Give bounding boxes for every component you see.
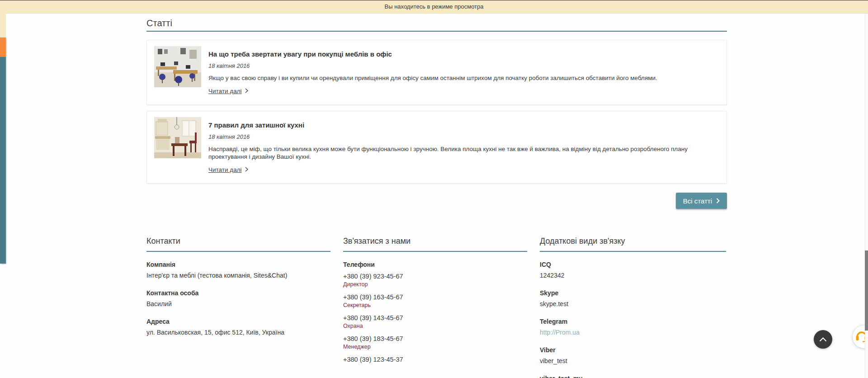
footer-column-underline <box>540 251 726 252</box>
article-thumbnail-office[interactable] <box>154 46 201 87</box>
contact-field-value: ул. Васильковская, 15, офис 512, Київ, У… <box>146 329 330 336</box>
article-body: 7 правил для затишної кухні 18 квітня 20… <box>208 117 719 174</box>
extra-field-label: ICQ <box>540 261 726 269</box>
article-card: На що треба звертати увагу при покупці м… <box>146 40 727 105</box>
phones-group-label: Телефони <box>343 261 527 269</box>
telegram-link[interactable]: http://Prom.ua <box>540 329 726 336</box>
phone-number: +380 (39) 163-45-67 <box>343 293 527 301</box>
phone-number: +380 (39) 183-45-67 <box>343 335 527 343</box>
contact-field-label: Адреса <box>146 318 330 326</box>
footer-connect-title: Зв'язатися з нами <box>343 236 527 246</box>
all-articles-label: Всі статті <box>683 197 712 205</box>
phone-number: +380 (39) 923-45-67 <box>343 273 527 280</box>
extra-field-value: skype.test <box>540 300 726 308</box>
article-thumbnail-kitchen[interactable] <box>154 117 201 158</box>
all-articles-button[interactable]: Всі статті <box>676 193 727 209</box>
read-more-link[interactable]: Читати далі <box>208 88 248 94</box>
contact-field-label: Компанія <box>146 261 330 269</box>
main-content: Статті <box>146 14 727 378</box>
article-title[interactable]: На що треба звертати увагу при покупці м… <box>208 50 719 58</box>
sidebar-edge-orange <box>0 38 6 57</box>
scrollbar-thumb[interactable] <box>865 250 868 331</box>
phone-role: Директор <box>343 281 527 288</box>
article-card: 7 правил для затишної кухні 18 квітня 20… <box>146 111 727 184</box>
phone-role: Секретарь <box>343 302 527 309</box>
extra-field-label: Telegram <box>540 318 726 326</box>
view-mode-banner: Вы находитесь в режиме просмотра <box>0 0 868 14</box>
phone-entry: +380 (39) 143-45-67 Охрана <box>343 314 527 330</box>
article-date: 18 квітня 2016 <box>208 62 719 69</box>
sidebar-edge-top <box>0 0 6 38</box>
read-more-label: Читати далі <box>208 166 242 173</box>
footer-contacts-title: Контакти <box>146 236 330 246</box>
phone-entry: +380 (39) 163-45-67 Секретарь <box>343 293 527 309</box>
kitchen-interior-photo <box>154 117 201 158</box>
extra-field-label: Skype <box>540 289 726 297</box>
extra-field-value: viber_test <box>540 357 726 365</box>
phone-role: Охрана <box>343 323 527 330</box>
phone-number: +380 (39) 123-45-37 <box>343 356 527 364</box>
phone-entry: +380 (39) 183-45-67 Менеджер <box>343 335 527 350</box>
chevron-right-icon <box>245 166 248 173</box>
article-excerpt: Насправді, це міф, що тільки велика кухн… <box>208 145 719 161</box>
scrollbar-track[interactable] <box>865 14 868 378</box>
article-title[interactable]: 7 правил для затишної кухні <box>208 121 719 129</box>
articles-section-underline <box>146 31 727 32</box>
articles-section-title: Статті <box>146 17 727 29</box>
sidebar-edge-teal <box>0 57 6 264</box>
article-excerpt: Якщо у вас свою справу і ви купили чи ор… <box>208 74 719 82</box>
read-more-label: Читати далі <box>208 88 242 94</box>
footer: Контакти Компанія Інтер'єр та меблі (тес… <box>146 236 727 378</box>
footer-column-underline <box>146 251 330 252</box>
contact-field-value: Василий <box>146 300 330 308</box>
chevron-right-icon <box>716 197 720 205</box>
scroll-to-top-button[interactable] <box>814 330 832 349</box>
footer-extra-title: Додаткові види зв'язку <box>540 236 726 246</box>
footer-column-underline <box>343 251 527 252</box>
footer-extra-column: Додаткові види зв'язку ICQ 1242342 Skype… <box>540 236 726 378</box>
article-date: 18 квітня 2016 <box>208 133 719 140</box>
article-body: На що треба звертати увагу при покупці м… <box>208 46 719 95</box>
footer-contacts-column: Контакти Компанія Інтер'єр та меблі (тес… <box>146 236 330 378</box>
phone-role: Менеджер <box>343 344 527 350</box>
extra-field-label: Viber <box>540 346 726 354</box>
phone-number: +380 (39) 143-45-67 <box>343 314 527 322</box>
phone-entry: +380 (39) 923-45-67 Директор <box>343 273 527 288</box>
extra-field-label: viber_test_my <box>540 375 726 378</box>
chevron-right-icon <box>245 88 248 94</box>
contact-field-label: Контактна особа <box>146 289 330 297</box>
view-mode-banner-text: Вы находитесь в режиме просмотра <box>385 3 484 10</box>
contact-field-value: Інтер'єр та меблі (тестова компанія, Sit… <box>146 272 330 279</box>
phone-entry: +380 (39) 123-45-37 <box>343 356 527 364</box>
chevron-up-icon <box>819 335 827 344</box>
read-more-link[interactable]: Читати далі <box>208 166 248 173</box>
extra-field-value: 1242342 <box>540 272 726 279</box>
office-interior-photo <box>154 46 201 87</box>
footer-connect-column: Зв'язатися з нами Телефони +380 (39) 923… <box>343 236 527 378</box>
